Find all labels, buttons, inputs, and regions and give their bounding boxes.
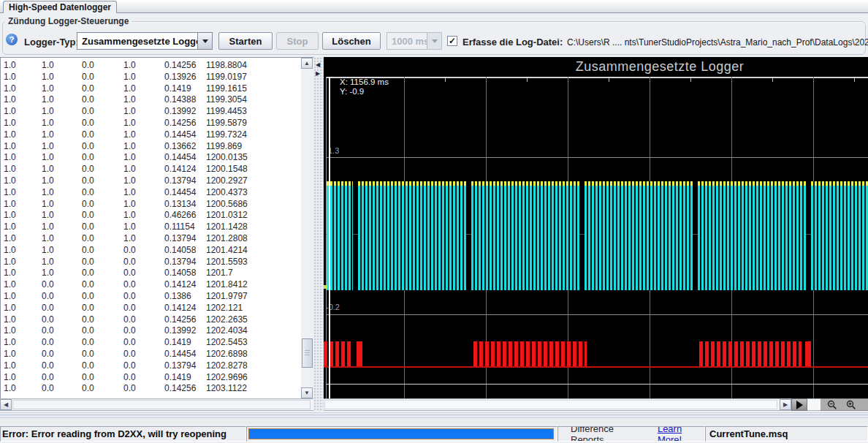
chart-gridline-horizontal <box>326 157 868 158</box>
table-cell: 0.14124 <box>164 164 196 175</box>
table-cell: 0.11154 <box>164 222 195 233</box>
table-cell: 0.13992 <box>164 325 196 337</box>
table-row[interactable]: 1.01.00.01.00.144541199.7324 <box>1 129 301 141</box>
table-row[interactable]: 1.01.00.01.00.462661201.0312 <box>1 210 301 222</box>
table-cell: 1.0 <box>4 314 16 326</box>
top-trace-segment <box>471 181 579 290</box>
top-trace-segment <box>358 181 466 290</box>
table-cell: 0.0 <box>123 268 136 279</box>
table-row[interactable]: 1.01.00.01.00.142561198.8804 <box>1 60 301 72</box>
table-row[interactable]: 1.01.00.01.00.142561199.5879 <box>1 118 301 129</box>
table-cell: 0.0 <box>82 233 94 245</box>
table-row[interactable]: 1.00.00.00.00.14191202.9696 <box>1 372 301 384</box>
scroll-right-arrow-icon[interactable]: ▶ <box>780 399 791 410</box>
table-cell: 0.0 <box>42 349 54 360</box>
top-trace-segment <box>327 181 353 290</box>
table-row[interactable]: 1.01.00.01.00.14191199.1615 <box>1 83 301 95</box>
table-cell: 0.14256 <box>164 383 196 395</box>
table-cell: 1.0 <box>4 175 16 187</box>
table-cell: 0.14256 <box>164 314 196 326</box>
table-row[interactable]: 1.01.00.01.00.111541201.1428 <box>1 222 301 233</box>
chart-horizontal-scrollbar[interactable]: ▶ <box>324 398 791 411</box>
capture-log-checkbox[interactable]: ✓ <box>447 36 457 46</box>
table-row[interactable]: 1.00.00.00.00.142561203.1122 <box>1 383 301 395</box>
zoom-in-icon[interactable] <box>846 400 856 410</box>
table-row[interactable]: 1.00.00.00.00.142561202.2635 <box>1 314 301 326</box>
table-cell: 1.0 <box>123 187 136 199</box>
table-cell: 0.0 <box>82 268 94 279</box>
table-cell: 0.0 <box>82 152 94 164</box>
table-row[interactable]: 1.00.00.00.00.14191202.5453 <box>1 337 301 349</box>
table-row[interactable]: 1.01.00.01.00.144541200.4373 <box>1 187 301 199</box>
table-cell: 0.14124 <box>164 303 196 314</box>
bottom-trace-segment <box>699 341 802 366</box>
table-cell: 1199.869 <box>206 141 242 153</box>
table-cell: 0.0 <box>82 83 94 95</box>
table-cell: 1.0 <box>4 72 16 83</box>
logger-type-value: Zusammengesetzte Logger <box>77 33 197 49</box>
scrollbar-thumb[interactable] <box>302 338 313 368</box>
table-row[interactable]: 1.00.00.00.00.139921202.4034 <box>1 325 301 337</box>
difference-reports-label: Difference Reports <box>571 426 643 442</box>
tab-high-speed-datenlogger[interactable]: High-Speed Datenlogger <box>3 1 117 13</box>
table-cell: 1201.2808 <box>206 233 248 245</box>
table-cell: 1.0 <box>42 164 54 175</box>
table-cell: 1.0 <box>123 83 136 95</box>
scroll-down-arrow-icon[interactable]: ▼ <box>301 387 313 398</box>
logger-control-panel: Zündung Logger-Steuerunge ? Logger-Typ: … <box>0 13 868 57</box>
progress-bar <box>248 428 554 439</box>
scroll-up-arrow-icon[interactable]: ▲ <box>301 58 313 69</box>
start-button[interactable]: Starten <box>218 32 273 50</box>
table-row[interactable]: 1.01.00.01.00.144541200.0135 <box>1 152 301 164</box>
table-row[interactable]: 1.01.00.01.00.139921199.4453 <box>1 106 301 118</box>
log-data-table[interactable]: 1.01.00.01.00.142561198.88041.01.00.01.0… <box>0 57 301 398</box>
table-row[interactable]: 1.01.00.00.00.137941201.5593 <box>1 257 301 268</box>
scrollbar-thumb[interactable] <box>12 400 311 409</box>
table-cell: 1.0 <box>42 233 54 245</box>
learn-more-link[interactable]: Learn More! <box>658 426 704 442</box>
clear-button[interactable]: Löschen <box>322 32 381 50</box>
table-cell: 1.0 <box>4 349 16 360</box>
table-cell: 0.46266 <box>164 210 196 222</box>
collapse-left-icon[interactable]: ◀ <box>316 62 320 68</box>
bottom-splitter[interactable] <box>0 412 868 424</box>
scrollbar-thumb[interactable] <box>324 400 777 409</box>
table-horizontal-scrollbar[interactable]: ◀ <box>0 398 313 411</box>
table-cell: 1199.3054 <box>206 94 247 106</box>
table-row[interactable]: 1.00.00.00.00.141241202.121 <box>1 303 301 314</box>
table-cell: 1.0 <box>123 60 136 72</box>
table-row[interactable]: 1.01.00.01.00.137941201.2808 <box>1 233 301 245</box>
table-row[interactable]: 1.01.00.01.00.141241200.1548 <box>1 164 301 175</box>
help-icon[interactable]: ? <box>6 34 18 45</box>
logger-type-select[interactable]: Zusammengesetzte Logger <box>77 32 213 50</box>
table-row[interactable]: 1.00.00.00.00.137941202.8278 <box>1 360 301 372</box>
play-button[interactable] <box>791 398 807 411</box>
table-row[interactable]: 1.01.00.01.00.131341200.5686 <box>1 199 301 211</box>
zoom-out-icon[interactable] <box>827 400 837 410</box>
table-vertical-scrollbar[interactable]: ▲ ▼ <box>301 57 313 398</box>
scroll-left-arrow-icon[interactable]: ◀ <box>0 399 12 410</box>
table-row[interactable]: 1.00.00.00.00.141241201.8412 <box>1 279 301 291</box>
table-row[interactable]: 1.01.00.01.00.136621199.869 <box>1 141 301 153</box>
table-row[interactable]: 1.01.00.00.00.140581201.4214 <box>1 245 301 257</box>
table-row[interactable]: 1.01.00.01.00.137941200.2927 <box>1 175 301 187</box>
table-cell: 1201.9797 <box>206 291 248 303</box>
table-row[interactable]: 1.01.00.01.00.139261199.0197 <box>1 72 301 83</box>
composite-logger-chart[interactable]: Zusammengesetzte Logger X: 1156.9 ms Y: … <box>324 57 868 398</box>
table-row[interactable]: 1.00.00.00.00.13861201.9797 <box>1 291 301 303</box>
split-pane-divider[interactable]: ◀ ▶ <box>313 57 324 411</box>
table-cell: 0.0 <box>82 337 94 349</box>
high-speed-datalogger-window: High-Speed Datenlogger Zündung Logger-St… <box>0 0 868 443</box>
chevron-down-icon[interactable] <box>197 33 212 49</box>
collapse-right-icon[interactable]: ▶ <box>316 71 320 77</box>
table-row[interactable]: 1.01.00.00.00.140581201.7 <box>1 268 301 279</box>
table-row[interactable]: 1.01.00.01.00.143881199.3054 <box>1 94 301 106</box>
table-cell: 1.0 <box>42 210 54 222</box>
table-row[interactable]: 1.00.00.00.00.144541202.6898 <box>1 349 301 360</box>
table-cell: 1202.4034 <box>206 325 248 337</box>
table-cell: 0.0 <box>42 383 54 395</box>
table-cell: 0.14454 <box>164 152 196 164</box>
table-cell: 0.0 <box>82 360 94 372</box>
table-cell: 1.0 <box>42 187 54 199</box>
table-cell: 0.14256 <box>164 60 196 72</box>
